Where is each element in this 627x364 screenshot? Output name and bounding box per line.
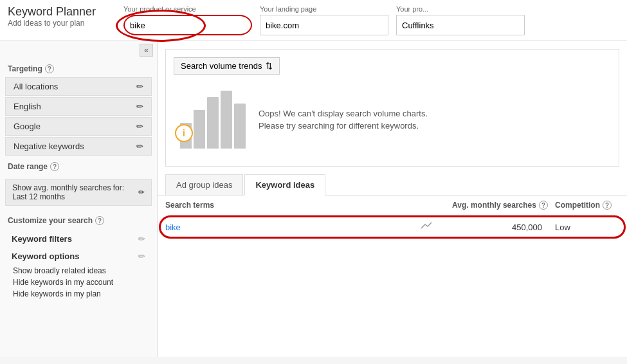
col-trend-header: [420, 201, 452, 210]
avg-monthly-help-icon[interactable]: ?: [539, 201, 548, 210]
customize-help-icon[interactable]: ?: [95, 216, 104, 225]
chart-dropdown-label: Search volume trends: [181, 61, 262, 71]
landing-page-input[interactable]: [260, 15, 388, 35]
keyword-options-label: Keyword options: [12, 251, 79, 261]
trend-chart-icon: [420, 221, 433, 231]
date-range-section-title: Date range ?: [0, 157, 157, 174]
sidebar-collapse-area: «: [0, 41, 157, 59]
english-item[interactable]: English ✏: [5, 97, 152, 116]
keyword-filters-item[interactable]: Keyword filters ✏: [5, 230, 152, 248]
col-competition-header: Competition ?: [555, 201, 619, 210]
chart-bar-5: [234, 104, 246, 149]
collapse-button[interactable]: «: [140, 44, 153, 57]
search-volume-trends-button[interactable]: Search volume trends ⇅: [174, 57, 280, 75]
logo-section: Keyword Planner Add ideas to your plan: [8, 5, 111, 28]
english-edit-icon: ✏: [136, 102, 143, 111]
content-area: Search volume trends ⇅ i Oops! We can't …: [158, 41, 627, 357]
targeting-section-title: Targeting ?: [0, 59, 157, 76]
app-subtitle: Add ideas to your plan: [8, 19, 111, 28]
all-locations-edit-icon: ✏: [136, 82, 143, 91]
google-item[interactable]: Google ✏: [5, 117, 152, 136]
product-input[interactable]: [123, 15, 252, 35]
date-range-text: Show avg. monthly searches for: Last 12 …: [12, 183, 138, 201]
date-range-box[interactable]: Show avg. monthly searches for: Last 12 …: [5, 179, 152, 206]
table-row: bike 450,000 Low: [165, 215, 619, 239]
product-category-input[interactable]: [396, 15, 525, 35]
google-edit-icon: ✏: [136, 122, 143, 131]
product-field-container: Your product or service: [123, 5, 252, 35]
chart-visual: i: [180, 91, 246, 149]
keyword-filters-label: Keyword filters: [12, 234, 72, 244]
chart-dropdown-arrow: ⇅: [266, 61, 273, 71]
competition-help-icon[interactable]: ?: [603, 201, 612, 210]
chart-bar-4: [221, 91, 232, 149]
product-field-wrapper: [123, 15, 252, 35]
landing-page-label: Your landing page: [260, 5, 388, 13]
date-range-section: Show avg. monthly searches for: Last 12 …: [0, 174, 157, 211]
avg-searches-cell: 450,000: [452, 223, 555, 232]
col-avg-monthly-header: Avg. monthly searches ?: [452, 201, 555, 210]
keyword-options-edit-icon: ✏: [138, 251, 145, 261]
product-category-label: Your pro...: [396, 5, 525, 13]
landing-page-field-container: Your landing page: [260, 5, 388, 35]
trend-icon-cell: [420, 221, 452, 233]
keyword-ideas-tab[interactable]: Keyword ideas: [244, 174, 325, 196]
competition-cell: Low: [555, 223, 619, 232]
customize-section-title: Customize your search ?: [0, 211, 157, 228]
keyword-options-item[interactable]: Keyword options ✏: [5, 248, 152, 265]
tabs-area: Ad group ideas Keyword ideas: [158, 174, 627, 196]
chart-bar-3: [207, 97, 219, 149]
table-area: Search terms Avg. monthly searches ? Com…: [158, 196, 627, 239]
targeting-help-icon[interactable]: ?: [45, 64, 54, 73]
col-search-terms-header: Search terms: [165, 201, 420, 210]
app-title: Keyword Planner: [8, 5, 111, 19]
ad-group-ideas-tab[interactable]: Ad group ideas: [165, 174, 243, 195]
chart-header: Search volume trends ⇅: [174, 57, 611, 75]
header-fields: Your product or service Your landing pag…: [123, 5, 619, 35]
main-layout: « Targeting ? All locations ✏ English ✏ …: [0, 41, 627, 357]
chart-error-message: Oops! We can't display search volume cha…: [259, 107, 428, 132]
keyword-filters-edit-icon: ✏: [138, 234, 145, 244]
negative-keywords-edit-icon: ✏: [136, 141, 143, 151]
product-category-field-container: Your pro...: [396, 5, 525, 35]
chart-area: Search volume trends ⇅ i Oops! We can't …: [165, 49, 619, 167]
info-circle-icon: i: [175, 124, 193, 142]
customize-section: Keyword filters ✏ Keyword options ✏ Show…: [0, 228, 157, 302]
english-label: English: [14, 102, 41, 111]
all-locations-item[interactable]: All locations ✏: [5, 77, 152, 96]
product-label: Your product or service: [123, 5, 252, 13]
keyword-options-sub2: Hide keywords in my account: [5, 277, 152, 288]
google-label: Google: [14, 122, 41, 131]
date-range-edit-icon: ✏: [138, 188, 145, 197]
sidebar: « Targeting ? All locations ✏ English ✏ …: [0, 41, 158, 357]
chart-bar-2: [194, 110, 205, 149]
negative-keywords-label: Negative keywords: [14, 141, 84, 151]
keyword-options-sub3: Hide keywords in my plan: [5, 288, 152, 300]
chart-body: i Oops! We can't display search volume c…: [174, 81, 611, 158]
negative-keywords-item[interactable]: Negative keywords ✏: [5, 137, 152, 156]
table-header: Search terms Avg. monthly searches ? Com…: [165, 196, 619, 215]
all-locations-label: All locations: [14, 82, 58, 91]
keyword-cell[interactable]: bike: [165, 223, 420, 232]
date-range-help-icon[interactable]: ?: [50, 162, 59, 171]
header: Keyword Planner Add ideas to your plan Y…: [0, 0, 627, 41]
keyword-options-sub1: Show broadly related ideas: [5, 265, 152, 277]
